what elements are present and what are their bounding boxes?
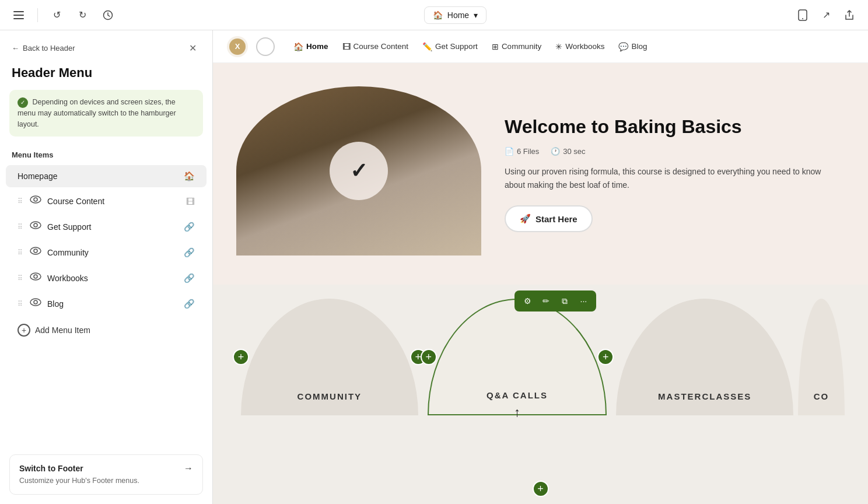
- mobile-view-button[interactable]: [793, 6, 812, 24]
- switch-footer-desc: Customize your Hub's Footer menus.: [19, 476, 193, 487]
- redo-button[interactable]: ↻: [73, 6, 92, 24]
- divider-1: [37, 8, 38, 22]
- eye-icon-workbooks: [30, 272, 41, 284]
- drag-handle-workbooks[interactable]: ⠿: [18, 274, 23, 282]
- drag-handle-blog[interactable]: ⠿: [18, 300, 23, 308]
- undo-button[interactable]: ↺: [47, 6, 66, 24]
- community-action-icon: 🔗: [184, 247, 195, 258]
- card-masterclasses[interactable]: MASTERCLASSES: [616, 299, 793, 415]
- cards-section: + COMMUNITY + ⚙ ✏ ⧉ ··· + Q&A CALLS + ↑: [213, 285, 868, 504]
- nav-logo: X: [227, 36, 248, 57]
- card-duplicate-button[interactable]: ⧉: [556, 293, 573, 309]
- nav-link-community[interactable]: ⊞ Community: [486, 38, 547, 55]
- menu-item-workbooks[interactable]: ⠿ Workbooks 🔗: [6, 267, 206, 290]
- community-label: Community: [47, 248, 178, 257]
- start-here-button[interactable]: 🚀 Start Here: [505, 205, 593, 232]
- community-nav-icon: ⊞: [492, 42, 499, 51]
- svg-rect-0: [13, 11, 24, 12]
- svg-point-15: [34, 300, 37, 304]
- svg-point-10: [30, 247, 41, 254]
- switch-footer-title: Switch to Footer: [19, 464, 83, 473]
- menu-icon[interactable]: [9, 6, 28, 24]
- checkmark-icon: ✓: [350, 159, 368, 183]
- home-dropdown[interactable]: 🏠 Home ▾: [424, 6, 487, 24]
- homepage-action-icon: 🏠: [184, 171, 195, 181]
- external-link-button[interactable]: ↗: [817, 6, 835, 24]
- nav-link-home[interactable]: 🏠 Home: [288, 38, 334, 55]
- get-support-label: Get Support: [47, 222, 178, 232]
- card-settings-button[interactable]: ⚙: [519, 293, 536, 309]
- sidebar-header: ← Back to Header ✕: [0, 30, 212, 61]
- switch-footer-row: Switch to Footer →: [19, 463, 193, 474]
- card-more-button[interactable]: ···: [575, 293, 592, 309]
- svg-point-12: [30, 273, 41, 280]
- sidebar-title: Header Menu: [0, 61, 212, 90]
- menu-item-homepage[interactable]: Homepage 🏠: [6, 165, 206, 187]
- add-before-qa-button[interactable]: +: [421, 349, 437, 365]
- nav-link-course-content[interactable]: 🎞 Course Content: [337, 38, 415, 55]
- drag-handle-community[interactable]: ⠿: [18, 249, 23, 257]
- card-qa-calls[interactable]: ⚙ ✏ ⧉ ··· + Q&A CALLS + ↑: [428, 299, 607, 415]
- nav-home-label: Home: [306, 42, 328, 51]
- hero-section: ✓ Welcome to Baking Basics 📄 6 Files 🕐 3…: [213, 63, 868, 285]
- card-truncated[interactable]: CO: [798, 299, 845, 415]
- close-button[interactable]: ✕: [184, 40, 201, 56]
- home-label: Home: [447, 10, 469, 20]
- rocket-icon: 🚀: [520, 214, 531, 224]
- svg-point-14: [30, 299, 41, 306]
- menu-item-blog[interactable]: ⠿ Blog 🔗: [6, 292, 206, 316]
- svg-point-6: [30, 196, 41, 203]
- nav-links: 🏠 Home 🎞 Course Content ✏️ Get Support ⊞…: [288, 38, 854, 55]
- community-card-label: COMMUNITY: [298, 391, 362, 401]
- hero-description: Using our proven rising formula, this co…: [505, 165, 833, 191]
- files-icon: 📄: [505, 147, 514, 156]
- masterclasses-card-label: MASTERCLASSES: [658, 391, 751, 401]
- preview-nav: X 🏠 Home 🎞 Course Content ✏️ Get Support…: [213, 30, 868, 63]
- svg-point-8: [30, 222, 41, 229]
- cursor-indicator: ↑: [514, 405, 520, 420]
- clock-icon: 🕐: [551, 147, 560, 156]
- add-before-community-button[interactable]: +: [233, 349, 249, 365]
- course-nav-icon: 🎞: [342, 42, 351, 51]
- back-button[interactable]: ← Back to Header: [12, 44, 75, 52]
- nav-link-workbooks[interactable]: ✳ Workbooks: [550, 38, 610, 55]
- hero-image-container: ✓: [236, 86, 481, 261]
- hero-checkmark-overlay: ✓: [330, 142, 388, 200]
- card-edit-button[interactable]: ✏: [538, 293, 554, 309]
- card-toolbar: ⚙ ✏ ⧉ ···: [514, 290, 596, 312]
- nav-link-blog[interactable]: 💬 Blog: [612, 38, 653, 55]
- add-after-qa-button[interactable]: +: [597, 349, 614, 365]
- menu-item-get-support[interactable]: ⠿ Get Support 🔗: [6, 215, 206, 239]
- menu-item-course-content[interactable]: ⠿ Course Content 🎞: [6, 190, 206, 213]
- duration-label: 30 sec: [563, 147, 585, 156]
- svg-point-5: [802, 18, 803, 19]
- switch-footer-arrow-icon[interactable]: →: [184, 463, 193, 474]
- share-button[interactable]: [840, 6, 859, 24]
- truncated-card-label: CO: [814, 391, 830, 401]
- add-menu-item-button[interactable]: + Add Menu Item: [6, 318, 206, 342]
- nav-workbooks-label: Workbooks: [565, 42, 604, 51]
- svg-point-13: [34, 275, 37, 278]
- hero-files: 📄 6 Files: [505, 147, 539, 156]
- menu-item-community[interactable]: ⠿ Community 🔗: [6, 241, 206, 264]
- nav-link-get-support[interactable]: ✏️ Get Support: [416, 38, 484, 55]
- hero-duration: 🕐 30 sec: [551, 147, 585, 156]
- blog-action-icon: 🔗: [184, 299, 195, 309]
- add-below-button[interactable]: +: [533, 481, 549, 497]
- eye-icon-get-support: [30, 221, 41, 233]
- card-community[interactable]: + COMMUNITY +: [241, 299, 418, 415]
- info-icon: ✓: [18, 97, 28, 108]
- svg-rect-1: [13, 15, 24, 16]
- blog-label: Blog: [47, 299, 178, 309]
- history-button[interactable]: [99, 6, 117, 24]
- get-support-action-icon: 🔗: [184, 222, 195, 232]
- qa-calls-card-label: Q&A CALLS: [487, 390, 548, 400]
- switch-to-footer[interactable]: Switch to Footer → Customize your Hub's …: [9, 454, 203, 495]
- hero-meta: 📄 6 Files 🕐 30 sec: [505, 147, 833, 156]
- nav-get-support-label: Get Support: [435, 42, 478, 51]
- add-menu-item-label: Add Menu Item: [35, 326, 90, 335]
- drag-handle-get-support[interactable]: ⠿: [18, 223, 23, 231]
- svg-point-11: [34, 249, 37, 253]
- hero-image: ✓: [236, 86, 481, 256]
- drag-handle-course-content[interactable]: ⠿: [18, 197, 23, 205]
